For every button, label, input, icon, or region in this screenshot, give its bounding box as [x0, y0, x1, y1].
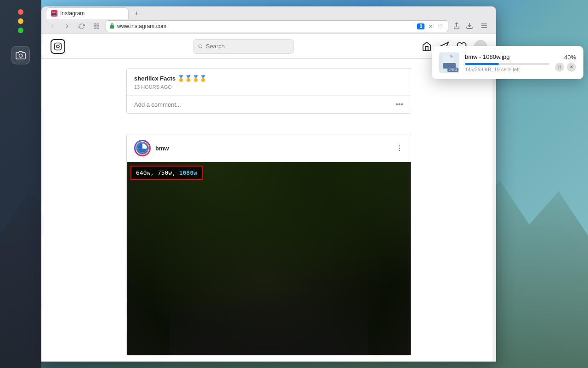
spacer	[126, 125, 411, 134]
new-tab-button[interactable]: +	[130, 7, 142, 19]
post2-more-icon[interactable]	[396, 144, 403, 152]
svg-rect-1	[94, 24, 96, 26]
post2-avatar[interactable]	[134, 140, 151, 156]
instagram-page: sherillcx Facts 🏅🏅🏅🏅 13 HOURS AGO •••	[41, 34, 496, 362]
svg-point-11	[59, 44, 60, 45]
back-button[interactable]	[47, 21, 58, 32]
browser-controls-row: www.instagram.com 0 ✕ ♡	[41, 19, 496, 34]
download-info: bmw - 1080w.jpg 145/363 KB, 19 secs left	[465, 53, 549, 72]
svg-rect-9	[55, 43, 62, 50]
mac-sidebar	[0, 0, 41, 368]
instagram-navbar	[41, 34, 496, 59]
tab-bar: 📷 Instagram +	[41, 6, 496, 19]
post2-image-container: 640w, 750w, 1080w	[127, 162, 411, 355]
instagram-post-1: sherillcx Facts 🏅🏅🏅🏅 13 HOURS AGO •••	[126, 68, 411, 114]
svg-rect-3	[94, 27, 96, 29]
search-input[interactable]	[206, 43, 289, 50]
svg-point-10	[57, 45, 59, 48]
svg-point-0	[19, 54, 22, 57]
download-progress-bar	[465, 63, 549, 65]
tab-title: Instagram	[60, 10, 85, 17]
url-text: www.instagram.com	[117, 23, 414, 29]
svg-point-14	[138, 144, 147, 153]
instagram-feed: sherillcx Facts 🏅🏅🏅🏅 13 HOURS AGO •••	[126, 59, 411, 362]
post1-timestamp: 13 HOURS AGO	[134, 84, 403, 90]
instagram-tab[interactable]: 📷 Instagram	[46, 7, 129, 19]
search-bar[interactable]	[193, 39, 294, 54]
grid-view-button[interactable]	[91, 21, 102, 32]
svg-rect-4	[97, 27, 99, 29]
download-item: JPEG bmw - 1080w.jpg 145/363 KB, 19 secs…	[439, 52, 576, 73]
refresh-button[interactable]	[76, 21, 87, 32]
cancel-download-button[interactable]: ✕	[567, 63, 576, 72]
instagram-logo	[51, 39, 65, 54]
post1-author: sherillcx Facts 🏅🏅🏅🏅	[134, 75, 207, 82]
clear-url-button[interactable]: ✕	[427, 22, 434, 31]
tab-favicon: 📷	[51, 10, 57, 17]
post1-more-button[interactable]: •••	[396, 100, 403, 109]
browser-chrome: 📷 Instagram + www.instagr	[41, 6, 496, 34]
post1-add-comment: •••	[127, 95, 411, 113]
svg-point-12	[198, 44, 202, 47]
download-popup: JPEG bmw - 1080w.jpg 145/363 KB, 19 secs…	[432, 46, 583, 79]
srcset-highlighted: 1080w	[179, 169, 197, 176]
post2-avatar-inner	[136, 141, 149, 155]
post1-comment-section: sherillcx Facts 🏅🏅🏅🏅 13 HOURS AGO	[127, 69, 411, 95]
bmw-logo	[136, 142, 148, 154]
svg-point-16	[399, 148, 400, 149]
post2-header: bmw	[127, 134, 411, 162]
browser-menu-button[interactable]	[478, 21, 491, 32]
address-bar[interactable]: www.instagram.com 0 ✕ ♡	[106, 20, 448, 32]
download-thumbnail: JPEG	[439, 52, 459, 73]
srcset-text: 640w, 750w,	[136, 169, 179, 176]
post2-username: bmw	[155, 145, 169, 152]
search-icon	[198, 44, 203, 49]
car-silhouette	[170, 297, 368, 355]
post1-comment-input[interactable]	[134, 101, 396, 108]
post2-image	[127, 162, 411, 355]
traffic-light-green[interactable]	[18, 28, 23, 33]
download-percent: 40%	[564, 54, 576, 61]
instagram-logo-icon	[51, 39, 65, 54]
svg-point-17	[399, 150, 400, 151]
download-progress-fill	[465, 63, 499, 65]
instagram-post-2: bmw 640w, 750w, 1080w	[126, 134, 411, 356]
traffic-light-red[interactable]	[18, 9, 23, 15]
svg-rect-5	[110, 25, 114, 29]
share-button[interactable]	[452, 21, 461, 32]
home-icon[interactable]	[422, 41, 432, 52]
browser-window: 📷 Instagram + www.instagr	[41, 6, 496, 362]
download-filename: bmw - 1080w.jpg	[465, 53, 549, 60]
download-meta: 145/363 KB, 19 secs left	[465, 67, 549, 72]
forward-button[interactable]	[62, 21, 73, 32]
camera-icon[interactable]	[11, 46, 30, 64]
srcset-overlay: 640w, 750w, 1080w	[130, 166, 203, 180]
download-button[interactable]	[465, 21, 474, 32]
lock-icon	[110, 23, 114, 29]
svg-rect-2	[97, 24, 99, 26]
bookmark-button[interactable]: ♡	[437, 22, 444, 31]
address-badge: 0	[417, 23, 424, 29]
browser-content[interactable]: sherillcx Facts 🏅🏅🏅🏅 13 HOURS AGO •••	[41, 34, 496, 362]
traffic-lights	[18, 5, 23, 42]
svg-point-15	[399, 145, 400, 146]
jpeg-badge: JPEG	[447, 68, 458, 72]
download-controls: ⏸ ✕	[555, 63, 576, 72]
traffic-light-yellow[interactable]	[18, 18, 23, 24]
pause-download-button[interactable]: ⏸	[555, 63, 564, 72]
scrollbar-track[interactable]	[492, 34, 496, 362]
